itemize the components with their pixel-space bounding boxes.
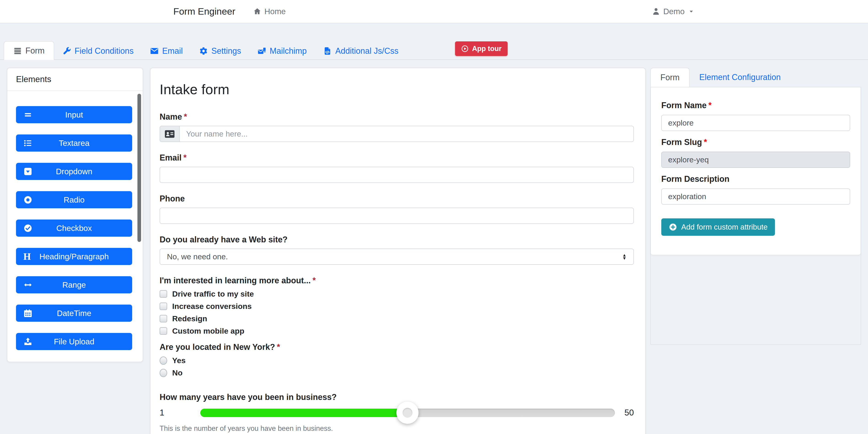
required-marker: * xyxy=(277,342,280,352)
nav-home-link[interactable]: Home xyxy=(253,7,286,16)
element-input-button[interactable]: Input xyxy=(16,106,132,123)
location-option-yes-label: Yes xyxy=(172,356,186,365)
content-area: Elements Input Textarea Dropdown Radio C… xyxy=(0,68,868,434)
main-tabbar: Form Field Conditions Email Settings Mai… xyxy=(0,41,868,60)
form-description-input[interactable] xyxy=(661,188,850,205)
app-tour-label: App tour xyxy=(472,44,501,53)
website-select-value: No, we need one. xyxy=(167,252,228,261)
checkbox-option: Drive traffic to my site xyxy=(160,289,634,299)
tab-additional-js-css-label: Additional Js/Css xyxy=(335,46,398,56)
element-heading-label: Heading/Paragraph xyxy=(39,252,109,261)
field-website: Do you already have a Web site? No, we n… xyxy=(160,235,634,265)
form-description-label: Form Description xyxy=(661,174,850,184)
email-input[interactable] xyxy=(160,167,634,183)
elements-panel-title: Elements xyxy=(7,68,143,91)
tab-settings[interactable]: Settings xyxy=(191,43,249,59)
tab-mailchimp[interactable]: Mailchimp xyxy=(249,43,315,59)
years-range-handle[interactable] xyxy=(397,402,419,424)
years-range-track[interactable] xyxy=(200,409,615,417)
element-fileupload-button[interactable]: File Upload xyxy=(16,333,132,350)
location-radio-yes[interactable] xyxy=(160,356,167,365)
add-form-custom-attribute-button[interactable]: Add form custom attribute xyxy=(661,218,775,236)
required-marker: * xyxy=(184,112,187,121)
caret-square-down-icon xyxy=(23,167,32,176)
checkbox-option: Increase conversions xyxy=(160,302,634,311)
check-circle-icon xyxy=(23,224,32,233)
element-fileupload-label: File Upload xyxy=(54,337,94,346)
element-textarea-button[interactable]: Textarea xyxy=(16,134,132,152)
elements-scrollbar-thumb[interactable] xyxy=(137,94,141,242)
element-radio-label: Radio xyxy=(64,195,84,205)
interests-option-1-label: Increase conversions xyxy=(172,302,252,311)
interests-checkbox-1[interactable] xyxy=(160,303,167,310)
wrench-icon xyxy=(62,46,71,55)
app-tour-button[interactable]: App tour xyxy=(455,41,507,56)
form-preview-title: Intake form xyxy=(160,82,634,97)
interests-checkbox-3[interactable] xyxy=(160,327,167,335)
field-name-label: Name* xyxy=(160,112,634,122)
mail-bulk-icon xyxy=(257,46,266,55)
element-checkbox-button[interactable]: Checkbox xyxy=(16,219,132,237)
required-marker: * xyxy=(183,153,187,162)
element-datetime-label: DateTime xyxy=(57,309,91,318)
range-min-label: 1 xyxy=(160,408,170,417)
location-radio-no[interactable] xyxy=(160,369,167,377)
field-years-label: How many years have you been in business… xyxy=(160,392,634,402)
config-tabbar: Form Element Configuration xyxy=(650,68,861,87)
tab-settings-label: Settings xyxy=(211,46,241,56)
field-email: Email* xyxy=(160,153,634,183)
arrows-h-icon xyxy=(23,280,32,289)
tab-field-conditions[interactable]: Field Conditions xyxy=(54,43,142,59)
tab-email[interactable]: Email xyxy=(142,43,191,59)
field-interests-label: I'm interested in learning more about...… xyxy=(160,276,634,285)
element-range-button[interactable]: Range xyxy=(16,276,132,293)
website-select[interactable]: No, we need one. ▲ ▼ xyxy=(160,249,634,265)
form-slug-input xyxy=(661,152,850,168)
field-email-label: Email* xyxy=(160,153,634,162)
radio-option: Yes xyxy=(160,356,634,365)
range-max-label: 50 xyxy=(624,408,634,417)
tab-mailchimp-label: Mailchimp xyxy=(270,46,307,56)
location-option-no-label: No xyxy=(172,368,183,377)
field-location: Are you located in New York?* Yes No xyxy=(160,342,634,377)
element-dropdown-button[interactable]: Dropdown xyxy=(16,163,132,180)
heading-icon: H xyxy=(23,252,31,261)
element-input-label: Input xyxy=(65,110,83,119)
phone-input[interactable] xyxy=(160,208,634,224)
tab-additional-js-css[interactable]: Additional Js/Css xyxy=(315,43,407,59)
config-tab-form[interactable]: Form xyxy=(650,68,690,87)
tab-form-label: Form xyxy=(25,46,44,56)
select-arrows-icon: ▲ ▼ xyxy=(622,254,626,260)
envelope-icon xyxy=(150,46,159,55)
upload-icon xyxy=(23,337,32,346)
interests-option-2-label: Redesign xyxy=(172,314,207,323)
elements-list: Input Textarea Dropdown Radio Checkbox H… xyxy=(7,91,143,362)
field-name: Name* xyxy=(160,112,634,142)
tab-form[interactable]: Form xyxy=(4,41,54,60)
interests-option-3-label: Custom mobile app xyxy=(172,327,244,336)
app-brand[interactable]: Form Engineer xyxy=(173,6,235,17)
user-menu-label: Demo xyxy=(663,7,685,16)
required-marker: * xyxy=(313,276,316,285)
element-datetime-button[interactable]: DateTime xyxy=(16,305,132,322)
element-textarea-label: Textarea xyxy=(59,138,89,148)
form-preview-canvas: Intake form Name* Email* Phone Do you al… xyxy=(150,68,646,434)
field-website-label: Do you already have a Web site? xyxy=(160,235,634,244)
field-years-help: This is the number of years you have bee… xyxy=(160,424,634,433)
field-phone: Phone xyxy=(160,194,634,224)
tab-field-conditions-label: Field Conditions xyxy=(74,46,133,56)
name-input[interactable] xyxy=(179,126,634,142)
config-tab-element-configuration[interactable]: Element Configuration xyxy=(690,68,790,87)
file-code-icon xyxy=(323,46,332,55)
address-card-icon xyxy=(160,126,179,142)
user-menu-dropdown[interactable]: Demo xyxy=(652,7,695,16)
field-location-label: Are you located in New York?* xyxy=(160,342,634,352)
play-circle-icon xyxy=(461,45,469,53)
element-checkbox-label: Checkbox xyxy=(56,224,92,233)
element-heading-button[interactable]: H Heading/Paragraph xyxy=(16,248,132,265)
interests-checkbox-2[interactable] xyxy=(160,315,167,322)
interests-checkbox-0[interactable] xyxy=(160,290,167,298)
form-name-label: Form Name* xyxy=(661,101,850,110)
element-radio-button[interactable]: Radio xyxy=(16,191,132,208)
form-name-input[interactable] xyxy=(661,115,850,131)
